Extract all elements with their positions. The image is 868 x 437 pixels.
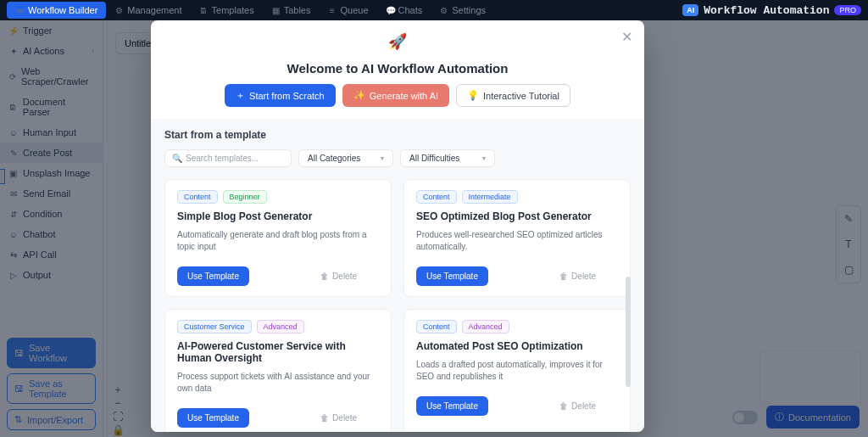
sidebar-item-send-email[interactable]: ✉Send Email <box>0 183 103 204</box>
active-indicator <box>0 169 5 184</box>
zoom-out-button[interactable]: − <box>114 397 120 409</box>
sidebar-item-api-call[interactable]: ⇆API Call <box>0 244 103 265</box>
sidebar-item-ai-actions[interactable]: ✦AI Actions› <box>0 41 103 61</box>
sidebar: ⚡Trigger ✦AI Actions› ⟳Web Scraper/Crawl… <box>0 20 103 437</box>
top-nav: ⫘Workflow Builder ⚙Management 🗎Templates… <box>0 0 868 20</box>
api-icon: ⇆ <box>8 250 18 260</box>
mode-toggle[interactable] <box>732 411 758 424</box>
edit-tool-button[interactable]: ✎ <box>837 206 860 232</box>
delete-template-button[interactable]: 🗑Delete <box>559 272 596 281</box>
delete-template-button[interactable]: 🗑Delete <box>559 401 596 411</box>
sidebar-item-chatbot[interactable]: ☺Chatbot <box>0 224 103 244</box>
file-icon: 🗎 <box>199 6 209 15</box>
tab-settings[interactable]: ⚙Settings <box>431 2 494 19</box>
bot-icon: ☺ <box>8 230 18 239</box>
generate-with-ai-button[interactable]: ✨Generate with AI <box>342 84 449 107</box>
tab-workflow-builder[interactable]: ⫘Workflow Builder <box>7 2 106 19</box>
use-template-button[interactable]: Use Template <box>177 408 249 428</box>
sidebar-item-human-input[interactable]: ☺Human Input <box>0 122 103 143</box>
template-card-description: Process support tickets with AI assistan… <box>177 371 379 395</box>
search-icon: 🔍 <box>172 154 182 163</box>
chevron-down-icon: ▾ <box>482 154 486 162</box>
mail-icon: ✉ <box>8 189 18 199</box>
modal-title: Welcome to AI Workflow Automation <box>151 61 644 76</box>
person-icon: ☺ <box>8 128 18 137</box>
info-icon: ⓘ <box>775 411 784 423</box>
bolt-icon: ⚡ <box>8 26 18 36</box>
sidebar-item-condition[interactable]: ⇵Condition <box>0 204 103 224</box>
app-brand: AI Workflow Automation PRO <box>682 4 861 17</box>
settings-icon: ⚙ <box>439 6 448 15</box>
documentation-button[interactable]: ⓘDocumentation <box>766 406 860 429</box>
interactive-tutorial-button[interactable]: 💡Interactive Tutorial <box>456 84 570 107</box>
template-card-description: Loads a drafted post automatically, impr… <box>416 359 618 383</box>
delete-template-button[interactable]: 🗑Delete <box>320 413 357 423</box>
import-export-button[interactable]: ⇅Import/Export <box>7 409 96 430</box>
tab-tables[interactable]: ▦Tables <box>263 2 320 19</box>
use-template-button[interactable]: Use Template <box>177 266 249 286</box>
template-card: ContentBeginnerSimple Blog Post Generato… <box>164 179 392 297</box>
plus-icon: ＋ <box>236 89 245 102</box>
minimap-panel <box>760 350 861 406</box>
sidebar-item-document-parser[interactable]: 🗎Document Parser <box>0 92 103 122</box>
trash-icon: 🗑 <box>320 413 329 423</box>
queue-icon: ≡ <box>327 6 337 15</box>
tag: Advanced <box>462 320 509 333</box>
tab-queue[interactable]: ≡Queue <box>319 2 376 19</box>
template-card-title: SEO Optimized Blog Post Generator <box>416 210 618 222</box>
tab-chats[interactable]: 💬Chats <box>377 2 431 19</box>
template-card-description: Automatically generate and draft blog po… <box>177 229 379 253</box>
text-tool-button[interactable]: T <box>837 232 860 257</box>
zoom-controls: ＋ − ⛶ 🔒 <box>110 384 125 436</box>
delete-template-button[interactable]: 🗑Delete <box>320 272 357 281</box>
category-select[interactable]: All Categories▾ <box>298 149 393 167</box>
template-card: Customer ServiceAdvancedAI-Powered Custo… <box>164 309 392 432</box>
sidebar-item-trigger[interactable]: ⚡Trigger <box>0 20 103 41</box>
globe-icon: ⟳ <box>8 72 16 81</box>
chevron-down-icon: ▾ <box>381 154 384 162</box>
tag: Content <box>416 320 457 333</box>
trash-icon: 🗑 <box>320 272 329 281</box>
right-tool-rail: ✎ T ▢ <box>836 205 861 283</box>
difficulty-select[interactable]: All Difficulties▾ <box>400 149 495 167</box>
template-card-title: Simple Blog Post Generator <box>177 210 379 222</box>
fit-view-button[interactable]: ⛶ <box>113 411 123 423</box>
tag: Advanced <box>257 320 304 333</box>
use-template-button[interactable]: Use Template <box>416 266 488 286</box>
wand-icon: ✨ <box>353 90 365 101</box>
close-icon[interactable]: ✕ <box>621 29 632 45</box>
tag: Beginner <box>223 190 267 204</box>
lightbulb-icon: 💡 <box>467 90 479 101</box>
pro-badge: PRO <box>834 5 861 15</box>
sidebar-item-unsplash[interactable]: ▣Unsplash Image <box>0 163 103 183</box>
tag: Content <box>177 190 218 204</box>
sparkle-icon: ✦ <box>8 47 18 56</box>
zoom-in-button[interactable]: ＋ <box>113 384 123 395</box>
share-icon: ⫘ <box>15 6 25 15</box>
tab-templates[interactable]: 🗎Templates <box>191 2 263 19</box>
template-card-title: AI-Powered Customer Service with Human O… <box>177 340 379 364</box>
sidebar-item-create-post[interactable]: ✎Create Post <box>0 143 103 163</box>
section-title: Start from a template <box>164 119 631 149</box>
trash-icon: 🗑 <box>559 272 568 281</box>
sidebar-item-output[interactable]: ▷Output <box>0 265 103 285</box>
branch-icon: ⇵ <box>8 210 18 219</box>
welcome-modal: ✕ 🚀 Welcome to AI Workflow Automation ＋S… <box>151 20 644 432</box>
save-as-template-button[interactable]: 🖫Save as Template <box>7 373 96 404</box>
brand-ai-icon: AI <box>682 4 698 16</box>
sidebar-item-web-scraper[interactable]: ⟳Web Scraper/Crawler <box>0 61 103 92</box>
search-input[interactable]: 🔍Search templates... <box>164 149 292 167</box>
use-template-button[interactable]: Use Template <box>416 396 488 416</box>
compose-icon: ✎ <box>8 148 18 158</box>
shape-tool-button[interactable]: ▢ <box>837 257 860 283</box>
scrollbar[interactable] <box>626 277 631 387</box>
table-icon: ▦ <box>271 6 281 15</box>
chevron-right-icon: › <box>92 47 94 55</box>
tag: Customer Service <box>177 320 252 333</box>
import-icon: ⇅ <box>14 414 22 425</box>
output-icon: ▷ <box>8 271 18 280</box>
start-from-scratch-button[interactable]: ＋Start from Scratch <box>225 84 336 107</box>
lock-button[interactable]: 🔒 <box>112 424 125 436</box>
save-workflow-button[interactable]: 🖫Save Workflow <box>7 338 96 368</box>
tab-management[interactable]: ⚙Management <box>106 2 190 19</box>
